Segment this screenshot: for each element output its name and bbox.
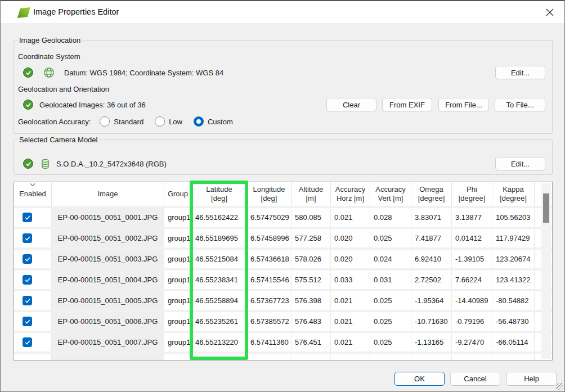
column-header-image[interactable]: Image — [52, 182, 164, 206]
camera-edit-button[interactable]: Edit... — [495, 157, 545, 170]
altitude-cell[interactable]: 576.451 — [292, 333, 331, 352]
enabled-cell[interactable] — [14, 271, 52, 289]
column-header-altitude[interactable]: Altitude[m] — [292, 182, 331, 206]
close-button[interactable] — [539, 3, 561, 21]
longitude-cell[interactable]: 6.57436618 — [247, 250, 292, 268]
enabled-cell[interactable] — [14, 208, 52, 227]
phi-cell[interactable]: 7.66224 — [452, 271, 492, 289]
phi-cell[interactable]: -0.79196 — [452, 312, 492, 331]
omega-cell[interactable]: 7.41877 — [411, 229, 452, 247]
coordinate-edit-button[interactable]: Edit... — [495, 66, 545, 79]
from-exif-button[interactable]: From EXIF — [382, 98, 432, 111]
omega-cell[interactable]: -1.13165 — [411, 333, 452, 352]
column-header-accuracy_vert[interactable]: AccuracyVert [m] — [370, 182, 411, 206]
accuracy_vert-cell[interactable]: 0.028 — [370, 208, 411, 227]
accuracy_vert-cell[interactable]: 0.025 — [370, 312, 411, 331]
group-cell[interactable]: group1 — [164, 333, 192, 352]
enabled-checkbox[interactable] — [23, 233, 32, 243]
enabled-checkbox[interactable] — [23, 254, 32, 264]
enabled-cell[interactable] — [14, 250, 52, 268]
column-header-kappa[interactable]: Kappa[degree] — [492, 182, 535, 206]
column-header-accuracy_horz[interactable]: AccuracyHorz [m] — [331, 182, 370, 206]
enabled-checkbox[interactable] — [23, 296, 32, 305]
vertical-scrollbar[interactable] — [541, 183, 551, 359]
phi-cell[interactable]: 3.13877 — [452, 208, 492, 227]
kappa-cell[interactable]: 123.20674 — [492, 250, 535, 268]
column-header-group[interactable]: Group — [164, 182, 192, 206]
accuracy_vert-cell[interactable]: 0.025 — [370, 229, 411, 247]
enabled-checkbox[interactable] — [23, 317, 32, 326]
latitude-cell[interactable]: 46.55235261 — [192, 312, 247, 331]
latitude-cell[interactable]: 46.55162422 — [192, 208, 247, 227]
radio-custom[interactable] — [194, 116, 204, 127]
longitude-cell[interactable]: 6.57367723 — [247, 291, 292, 310]
accuracy_horz-cell[interactable]: 0.021 — [331, 333, 370, 352]
enabled-cell[interactable] — [14, 312, 52, 331]
longitude-cell[interactable]: 6.57411360 — [247, 333, 292, 352]
altitude-cell[interactable]: 575.512 — [292, 271, 331, 289]
radio-standard[interactable] — [100, 116, 110, 127]
longitude-cell[interactable]: 6.57385572 — [247, 312, 292, 331]
accuracy_vert-cell[interactable]: 0.025 — [370, 333, 411, 352]
ok-button[interactable]: OK — [394, 372, 445, 386]
group-cell[interactable]: group1 — [164, 250, 192, 268]
omega-cell[interactable]: 6.92410 — [411, 250, 452, 268]
scrollbar-thumb[interactable] — [543, 193, 549, 223]
longitude-cell[interactable]: 6.57458996 — [247, 229, 292, 247]
omega-cell[interactable]: -1.95364 — [411, 291, 452, 310]
phi-cell[interactable]: -9.27470 — [452, 333, 492, 352]
omega-cell[interactable]: 2.72502 — [411, 271, 452, 289]
omega-cell[interactable]: -10.71630 — [411, 312, 452, 331]
altitude-cell[interactable]: 577.258 — [292, 229, 331, 247]
enabled-cell[interactable] — [14, 229, 52, 247]
radio-low[interactable] — [155, 116, 165, 127]
accuracy_horz-cell[interactable]: 0.021 — [331, 208, 370, 227]
accuracy_horz-cell[interactable]: 0.033 — [331, 271, 370, 289]
altitude-cell[interactable]: 576.483 — [292, 312, 331, 331]
enabled-checkbox[interactable] — [23, 275, 32, 285]
accuracy_vert-cell[interactable]: 0.031 — [370, 271, 411, 289]
longitude-cell[interactable]: 6.57415546 — [247, 271, 292, 289]
resize-grip[interactable] — [556, 383, 563, 390]
enabled-cell[interactable] — [14, 291, 52, 310]
clear-button[interactable]: Clear — [326, 98, 376, 111]
column-header-latitude[interactable]: Latitude[deg] — [192, 182, 247, 206]
cancel-button[interactable]: Cancel — [450, 372, 500, 386]
enabled-cell[interactable] — [14, 333, 52, 352]
accuracy_horz-cell[interactable]: 0.020 — [331, 250, 370, 268]
phi-cell[interactable]: -1.39105 — [452, 250, 492, 268]
accuracy_horz-cell[interactable]: 0.021 — [331, 291, 370, 310]
latitude-cell[interactable]: 46.55215084 — [192, 250, 247, 268]
accuracy_horz-cell[interactable]: 0.020 — [331, 229, 370, 247]
latitude-cell[interactable]: 46.55213220 — [192, 333, 247, 352]
omega-cell[interactable]: 3.83071 — [411, 208, 452, 227]
group-cell[interactable]: group1 — [164, 271, 192, 289]
group-cell[interactable]: group1 — [164, 208, 192, 227]
from-file-button[interactable]: From File... — [438, 98, 489, 111]
phi-cell[interactable]: -14.40989 — [452, 291, 492, 310]
latitude-cell[interactable]: 46.55238341 — [192, 271, 247, 289]
latitude-cell[interactable]: 46.55189695 — [192, 229, 247, 247]
enabled-checkbox[interactable] — [23, 213, 32, 222]
altitude-cell[interactable]: 576.398 — [292, 291, 331, 310]
column-header-omega[interactable]: Omega[degree] — [411, 182, 452, 206]
group-cell[interactable]: group1 — [164, 291, 192, 310]
help-button[interactable]: Help — [506, 372, 557, 386]
column-header-enabled[interactable]: Enabled — [14, 182, 52, 206]
enabled-checkbox[interactable] — [23, 337, 32, 347]
accuracy_vert-cell[interactable]: 0.025 — [370, 291, 411, 310]
kappa-cell[interactable]: -66.05114 — [492, 333, 535, 352]
column-header-phi[interactable]: Phi[degree] — [452, 182, 492, 206]
kappa-cell[interactable]: 117.97429 — [492, 229, 535, 247]
kappa-cell[interactable]: -56.48730 — [492, 312, 535, 331]
group-cell[interactable]: group1 — [164, 229, 192, 247]
accuracy_vert-cell[interactable]: 0.024 — [370, 250, 411, 268]
accuracy_horz-cell[interactable]: 0.021 — [331, 312, 370, 331]
altitude-cell[interactable]: 580.085 — [292, 208, 331, 227]
altitude-cell[interactable]: 578.026 — [292, 250, 331, 268]
kappa-cell[interactable]: -80.54882 — [492, 291, 535, 310]
phi-cell[interactable]: 0.01412 — [452, 229, 492, 247]
to-file-button[interactable]: To File... — [495, 98, 545, 111]
kappa-cell[interactable]: 123.41322 — [492, 271, 535, 289]
longitude-cell[interactable]: 6.57475029 — [247, 208, 292, 227]
